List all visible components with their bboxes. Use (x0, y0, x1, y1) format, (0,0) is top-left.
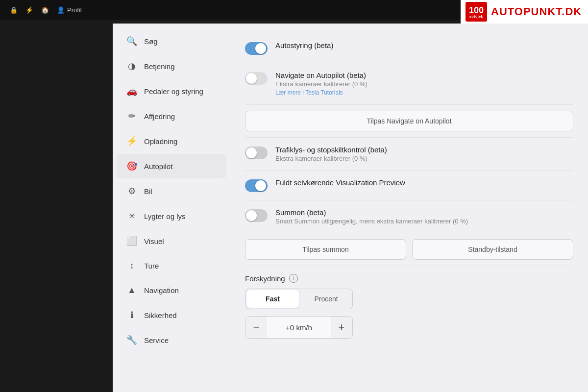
toggle-fuldt[interactable] (245, 179, 268, 192)
bolt-icon: ⚡ (25, 6, 33, 14)
tab-procent[interactable]: Procent (300, 289, 352, 309)
logo-text: AUTOPUNKT.DK (491, 5, 582, 18)
sidebar-item-affjedring[interactable]: ✏ Affjedring (117, 104, 226, 128)
sidebar-item-search[interactable]: 🔍 Søg (117, 29, 226, 53)
service-icon: 🔧 (126, 335, 137, 345)
toggle-autostyring[interactable] (245, 42, 268, 55)
navigate-autopilot-link[interactable]: Lær mere i Tesla Tutorials (275, 89, 343, 96)
sidebar-item-navigation[interactable]: ▲ Navigation (117, 278, 226, 302)
setting-fuldt: Fuldt selvkørende Visualization Preview (245, 171, 573, 200)
fuldt-title: Fuldt selvkørende Visualization Preview (275, 178, 573, 187)
sidebar-item-autopilot[interactable]: 🎯 Autopilot (117, 154, 226, 178)
logo-badge: 100 autojek (466, 2, 487, 22)
ture-icon: ↕ (126, 261, 137, 271)
sidebar-label-autopilot: Autopilot (144, 162, 172, 171)
stepper-plus-button[interactable]: + (331, 317, 352, 338)
sidebar-label-search: Søg (144, 37, 158, 46)
home-icon: 🏠 (41, 6, 49, 14)
forskydning-tabs: Fast Procent (245, 289, 353, 309)
summon-info: Summon (beta) Smart Summon utilgængelig,… (275, 208, 573, 225)
customize-navigate-button[interactable]: Tilpas Navigate on Autopilot (245, 111, 573, 131)
toggle-summon[interactable] (245, 209, 268, 222)
autostyring-title: Autostyring (beta) (275, 41, 573, 49)
autopunkt-logo[interactable]: 100 autojek AUTOPUNKT.DK (461, 0, 588, 24)
opladning-icon: ⚡ (126, 136, 137, 147)
summon-buttons-row: Tilpas summon Standby-tilstand (245, 233, 573, 266)
tab-fast[interactable]: Fast (246, 290, 299, 308)
lock-icon: 🔒 (10, 6, 18, 14)
customize-row: Tilpas Navigate on Autopilot (245, 105, 573, 138)
speed-stepper: − +0 km/h + (245, 316, 353, 339)
sidebar-item-pedaler[interactable]: 🚗 Pedaler og styring (117, 79, 226, 103)
navigation-icon: ▲ (126, 285, 137, 295)
forskydning-header: Forskydning i (245, 274, 573, 283)
sidebar-label-pedaler: Pedaler og styring (144, 87, 203, 96)
navigate-autopilot-title: Navigate on Autopilot (beta) (275, 71, 573, 79)
sidebar-label-bil: Bil (144, 187, 152, 196)
profile-label: Profil (67, 6, 82, 14)
autopilot-icon: 🎯 (126, 161, 137, 172)
sidebar-item-ture[interactable]: ↕ Ture (117, 254, 226, 278)
autostyring-info: Autostyring (beta) (275, 41, 573, 50)
standby-tilstand-button[interactable]: Standby-tilstand (412, 239, 573, 260)
sidebar-item-service[interactable]: 🔧 Service (117, 328, 226, 352)
sidebar-label-visuel: Visuel (144, 237, 164, 245)
trafiklys-info: Trafiklys- og stopskiltkontrol (beta) Ek… (275, 146, 573, 162)
sidebar: 🔍 Søg ◑ Betjening 🚗 Pedaler og styring ✏… (113, 24, 230, 392)
content-panel: Autostyring (beta) Navigate on Autopilot… (230, 24, 588, 392)
toggle-trafiklys[interactable] (245, 147, 268, 159)
sidebar-label-sikkerhed: Sikkerhed (144, 311, 177, 319)
trafiklys-title: Trafiklys- og stopskiltkontrol (beta) (275, 146, 573, 154)
bil-icon: ⚙ (126, 186, 137, 196)
summon-subtitle: Smart Summon utilgængelig, mens ekstra k… (275, 218, 573, 225)
sidebar-label-opladning: Opladning (144, 137, 177, 146)
sidebar-label-service: Service (144, 336, 169, 344)
navigate-autopilot-subtitle: Ekstra kameraer kalibrerer (0 %) (275, 80, 573, 88)
sidebar-item-opladning[interactable]: ⚡ Opladning (117, 129, 226, 153)
sikkerhed-icon: ℹ (126, 310, 137, 320)
sidebar-label-ture: Ture (144, 262, 159, 270)
tilpas-summon-button[interactable]: Tilpas summon (245, 239, 406, 260)
summon-title: Summon (beta) (275, 208, 573, 217)
forskydning-section: Forskydning i Fast Procent − +0 km/h + (245, 266, 573, 346)
forskydning-info-icon[interactable]: i (289, 274, 298, 283)
fuldt-info: Fuldt selvkørende Visualization Preview (275, 178, 573, 188)
sidebar-item-betjening[interactable]: ◑ Betjening (117, 54, 226, 78)
toggle-navigate-autopilot[interactable] (245, 72, 268, 85)
sidebar-item-bil[interactable]: ⚙ Bil (117, 179, 226, 203)
forskydning-label: Forskydning (245, 274, 285, 283)
sidebar-item-lygter[interactable]: ✳ Lygter og lys (117, 204, 226, 228)
setting-trafiklys: Trafiklys- og stopskiltkontrol (beta) Ek… (245, 138, 573, 171)
setting-autostyring: Autostyring (beta) (245, 33, 573, 63)
visuel-icon: ⬜ (126, 236, 137, 246)
stepper-minus-button[interactable]: − (245, 317, 267, 338)
navigate-autopilot-info: Navigate on Autopilot (beta) Ekstra kame… (275, 71, 573, 97)
lygter-icon: ✳ (126, 211, 137, 221)
betjening-icon: ◑ (126, 61, 137, 72)
sidebar-label-affjedring: Affjedring (144, 112, 175, 121)
main-content: 🔍 Søg ◑ Betjening 🚗 Pedaler og styring ✏… (113, 24, 588, 392)
setting-navigate-autopilot: Navigate on Autopilot (beta) Ekstra kame… (245, 63, 573, 105)
sidebar-item-visuel[interactable]: ⬜ Visuel (117, 229, 226, 253)
profile-icon: 👤 (57, 6, 65, 14)
profile-menu[interactable]: 👤 Profil (57, 6, 82, 14)
setting-summon: Summon (beta) Smart Summon utilgængelig,… (245, 200, 573, 233)
trafiklys-subtitle: Ekstra kameraer kalibrerer (0 %) (275, 155, 573, 162)
sidebar-label-betjening: Betjening (144, 62, 175, 71)
stepper-value-display: +0 km/h (267, 318, 331, 337)
sidebar-label-navigation: Navigation (144, 286, 179, 294)
sidebar-label-lygter: Lygter og lys (144, 212, 186, 220)
sidebar-item-sikkerhed[interactable]: ℹ Sikkerhed (117, 303, 226, 327)
search-icon: 🔍 (126, 36, 137, 47)
pedaler-icon: 🚗 (126, 86, 137, 97)
affjedring-icon: ✏ (126, 111, 137, 122)
